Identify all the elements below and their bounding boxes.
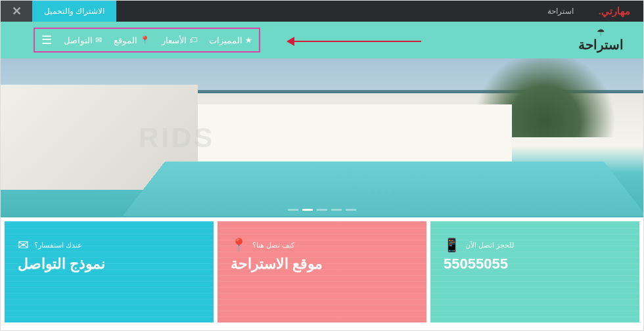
card-phone[interactable]: للحجز اتصل الآن 📱 55055055 <box>430 221 639 322</box>
card-title: موقع الاستراحة <box>231 255 323 273</box>
pin-icon: 📍 <box>231 237 247 253</box>
hero-slider: RIDS <box>1 58 643 217</box>
brand-logo: مهارتي. <box>586 5 643 17</box>
nav-label: الأسعار <box>162 35 187 45</box>
nav-contact[interactable]: ✉ التواصل <box>64 35 102 45</box>
topbar-link[interactable]: استراحة <box>536 7 586 16</box>
logo-text: استراحة <box>578 37 624 53</box>
envelope-icon: ✉ <box>18 237 29 253</box>
topbar: مهارتي. استراحة الاشتراك والتحميل ✕ <box>1 1 643 22</box>
card-label: عندك استفسار؟ <box>34 241 82 250</box>
card-title: نموذج التواصل <box>18 255 105 273</box>
tag-icon: 🏷 <box>189 35 197 45</box>
slider-dot[interactable] <box>331 209 342 211</box>
nav-label: الموقع <box>114 35 137 45</box>
feature-cards: للحجز اتصل الآن 📱 55055055 كيف نصل هنا؟ … <box>1 217 643 326</box>
nav-features[interactable]: ★ المميزات <box>209 35 252 45</box>
subscribe-button[interactable]: الاشتراك والتحميل <box>32 1 116 22</box>
nav-label: التواصل <box>64 35 93 45</box>
navbar: ☂ استراحة ★ المميزات 🏷 الأسعار 📍 الموقع … <box>1 22 643 58</box>
card-label: للحجز اتصل الآن <box>465 241 514 250</box>
close-button[interactable]: ✕ <box>1 1 32 22</box>
card-contact[interactable]: عندك استفسار؟ ✉ نموذج التواصل <box>5 221 214 322</box>
hero-image <box>1 58 643 217</box>
nav-pricing[interactable]: 🏷 الأسعار <box>162 35 197 45</box>
hamburger-icon[interactable]: ☰ <box>41 33 52 47</box>
annotation-arrow <box>290 41 421 42</box>
umbrella-icon: ☂ <box>597 28 605 37</box>
envelope-icon: ✉ <box>95 35 102 45</box>
card-title: 55055055 <box>444 255 508 273</box>
slider-dot[interactable] <box>346 209 356 211</box>
pin-icon: 📍 <box>140 35 150 45</box>
phone-icon: 📱 <box>444 237 460 253</box>
slider-dot[interactable] <box>288 209 298 211</box>
site-logo[interactable]: ☂ استراحة <box>578 28 624 53</box>
card-label: كيف نصل هنا؟ <box>252 241 294 250</box>
slider-dot[interactable] <box>302 209 313 211</box>
card-location[interactable]: كيف نصل هنا؟ 📍 موقع الاستراحة <box>218 221 426 322</box>
nav-location[interactable]: 📍 الموقع <box>114 35 150 45</box>
slider-dot[interactable] <box>317 209 327 211</box>
slider-dots <box>288 209 356 211</box>
star-icon: ★ <box>245 35 252 45</box>
nav-label: المميزات <box>209 35 242 45</box>
nav-highlight-box: ★ المميزات 🏷 الأسعار 📍 الموقع ✉ التواصل … <box>34 28 260 53</box>
